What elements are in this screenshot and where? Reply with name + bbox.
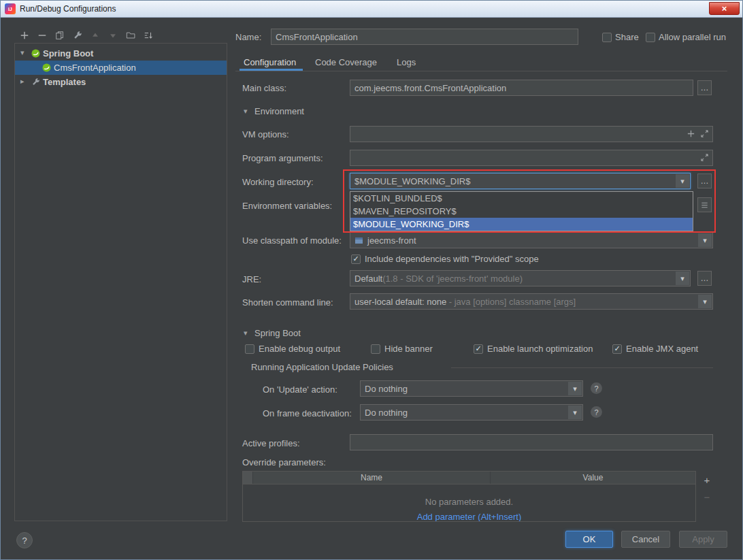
provided-scope-checkbox[interactable]: ✓: [351, 254, 361, 264]
remove-parameter-button[interactable]: −: [700, 490, 714, 504]
tab-logs[interactable]: Logs: [397, 57, 416, 67]
chevron-down-icon[interactable]: ▾: [20, 48, 24, 57]
shorten-value: user-local default: none: [354, 297, 446, 307]
check-icon: ✓: [475, 344, 481, 352]
table-body: No parameters added. Add parameter (Alt+…: [243, 484, 695, 522]
classpath-module-combobox[interactable]: jeecms-front ▾: [350, 232, 713, 248]
enable-debug-output-label[interactable]: Enable debug output: [259, 344, 340, 354]
configurations-tree: ▾ Spring Boot CmsFrontApplication ▸ Temp…: [14, 43, 227, 521]
enable-launch-optimization-label[interactable]: Enable launch optimization: [487, 344, 593, 354]
environment-variables-editor-button[interactable]: [697, 197, 712, 212]
tab-code-coverage[interactable]: Code Coverage: [315, 57, 377, 67]
enable-jmx-agent-label[interactable]: Enable JMX agent: [626, 344, 698, 354]
working-directory-browse-button[interactable]: …: [697, 174, 712, 188]
tree-item-cmsfrontapplication[interactable]: CmsFrontApplication: [15, 61, 227, 75]
ellipsis-icon: …: [701, 83, 709, 93]
dropdown-arrow-icon[interactable]: ▾: [676, 174, 689, 188]
close-button[interactable]: ×: [709, 2, 740, 15]
on-frame-deactivation-combobox[interactable]: Do nothing ▾: [360, 404, 583, 421]
apply-button[interactable]: Apply: [679, 531, 727, 548]
spring-boot-section-chevron-icon[interactable]: ▾: [244, 329, 248, 337]
update-policies-separator: [451, 367, 713, 368]
vm-options-input[interactable]: [350, 126, 713, 142]
minus-icon: −: [704, 491, 710, 503]
environment-section-title: Environment: [254, 106, 304, 116]
name-input[interactable]: [271, 29, 578, 45]
dropdown-option-maven-repository[interactable]: $MAVEN_REPOSITORY$: [350, 205, 693, 218]
jre-value: Default: [354, 274, 382, 284]
help-icon: ?: [22, 536, 27, 546]
tab-configuration[interactable]: Configuration: [244, 57, 296, 67]
vm-options-expand-icon[interactable]: [700, 129, 709, 138]
name-label: Name:: [235, 32, 261, 42]
classpath-module-value: jeecms-front: [367, 235, 416, 246]
chevron-right-icon[interactable]: ▸: [20, 77, 24, 86]
remove-configuration-button[interactable]: [36, 29, 48, 42]
dropdown-arrow-icon[interactable]: ▾: [568, 406, 582, 419]
move-down-button[interactable]: [107, 29, 119, 42]
table-marker-column: [243, 472, 253, 484]
on-update-action-combobox[interactable]: Do nothing ▾: [360, 380, 583, 397]
hide-banner-label[interactable]: Hide banner: [384, 344, 433, 354]
enable-debug-output-checkbox[interactable]: [245, 344, 254, 354]
provided-scope-label[interactable]: Include dependencies with "Provided" sco…: [365, 254, 539, 264]
allow-parallel-run-label[interactable]: Allow parallel run: [659, 32, 726, 42]
environment-section-chevron-icon[interactable]: ▾: [244, 107, 248, 116]
override-parameters-table: Name Value No parameters added. Add para…: [242, 471, 696, 522]
active-profiles-input[interactable]: [350, 434, 713, 450]
dropdown-arrow-icon[interactable]: ▾: [568, 382, 582, 395]
tree-item-spring-boot[interactable]: ▾ Spring Boot: [15, 46, 227, 61]
enable-launch-optimization-checkbox[interactable]: ✓: [474, 344, 483, 354]
update-policies-title: Running Application Update Policies: [251, 362, 393, 372]
plus-icon: +: [704, 474, 710, 486]
copy-configuration-button[interactable]: [54, 29, 66, 42]
allow-parallel-run-checkbox[interactable]: [646, 33, 655, 42]
enable-jmx-agent-checkbox[interactable]: ✓: [612, 344, 622, 354]
jre-label: JRE:: [242, 274, 261, 284]
jre-browse-button[interactable]: …: [697, 271, 712, 286]
add-configuration-button[interactable]: [18, 29, 31, 42]
jre-combobox[interactable]: Default (1.8 - SDK of 'jeecms-front' mod…: [350, 270, 691, 286]
active-profiles-label: Active profiles:: [242, 438, 300, 448]
run-debug-configurations-dialog: IJ Run/Debug Configurations × ▾ Spring B…: [0, 0, 743, 560]
hide-banner-checkbox[interactable]: [371, 344, 380, 354]
tree-item-label: Spring Boot: [43, 48, 93, 59]
on-update-help-button[interactable]: ?: [591, 382, 602, 394]
spring-boot-icon: [31, 49, 40, 58]
sort-icon: [144, 31, 153, 40]
main-class-browse-button[interactable]: …: [697, 80, 712, 95]
ok-button[interactable]: OK: [565, 531, 613, 548]
help-button[interactable]: ?: [16, 532, 33, 548]
shorten-command-line-combobox[interactable]: user-local default: none - java [options…: [350, 293, 713, 310]
arrow-up-icon: [90, 31, 100, 40]
edit-templates-button[interactable]: [71, 29, 84, 42]
new-folder-button[interactable]: [125, 29, 137, 42]
dropdown-arrow-icon[interactable]: ▾: [676, 271, 689, 285]
dropdown-option-module-working-dir[interactable]: $MODULE_WORKING_DIR$: [350, 218, 693, 231]
tree-item-label: CmsFrontApplication: [54, 63, 136, 73]
sort-configurations-button[interactable]: [142, 29, 154, 42]
share-checkbox-label[interactable]: Share: [615, 32, 639, 42]
classpath-module-label: Use classpath of module:: [242, 235, 342, 246]
working-directory-value: $MODULE_WORKING_DIR$: [354, 176, 470, 186]
check-icon: ✓: [352, 254, 359, 263]
working-directory-combobox[interactable]: $MODULE_WORKING_DIR$ ▾: [350, 173, 691, 189]
vm-options-add-icon[interactable]: [687, 129, 695, 138]
program-arguments-expand-icon[interactable]: [700, 153, 709, 162]
tree-item-label: Templates: [43, 77, 86, 87]
help-icon: ?: [594, 384, 598, 393]
cancel-button[interactable]: Cancel: [621, 531, 670, 548]
tree-item-templates[interactable]: ▸ Templates: [15, 75, 227, 89]
dropdown-option-kotlin-bundled[interactable]: $KOTLIN_BUNDLED$: [350, 192, 693, 205]
dropdown-arrow-icon[interactable]: ▾: [698, 233, 712, 247]
dropdown-arrow-icon[interactable]: ▾: [698, 295, 712, 308]
on-frame-deactivation-help-button[interactable]: ?: [591, 406, 602, 418]
titlebar: IJ Run/Debug Configurations: [1, 1, 742, 18]
add-parameter-button[interactable]: +: [700, 473, 714, 487]
main-class-input[interactable]: com.jeecms.front.CmsFrontApplication: [350, 80, 693, 96]
share-checkbox[interactable]: [602, 33, 612, 42]
intellij-logo-icon: IJ: [5, 3, 16, 14]
program-arguments-input[interactable]: [350, 150, 713, 166]
move-up-button[interactable]: [89, 29, 101, 42]
add-parameter-link[interactable]: Add parameter (Alt+Insert): [243, 512, 695, 522]
